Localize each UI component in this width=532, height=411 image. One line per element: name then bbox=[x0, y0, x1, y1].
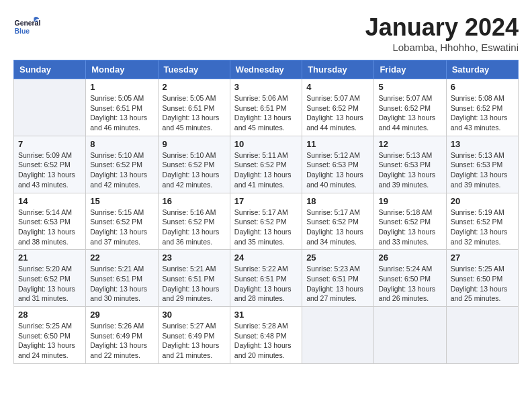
day-info: Sunrise: 5:18 AMSunset: 6:52 PMDaylight:… bbox=[378, 208, 441, 247]
day-number: 10 bbox=[234, 139, 298, 149]
day-info: Sunrise: 5:19 AMSunset: 6:52 PMDaylight:… bbox=[451, 208, 514, 247]
column-header-sunday: Sunday bbox=[14, 60, 86, 79]
day-info: Sunrise: 5:20 AMSunset: 6:52 PMDaylight:… bbox=[18, 264, 81, 304]
calendar-cell: 6Sunrise: 5:08 AMSunset: 6:52 PMDaylight… bbox=[446, 79, 518, 136]
calendar-cell: 8Sunrise: 5:10 AMSunset: 6:52 PMDaylight… bbox=[86, 136, 158, 193]
calendar-cell: 20Sunrise: 5:19 AMSunset: 6:52 PMDayligh… bbox=[446, 193, 518, 250]
calendar-cell bbox=[302, 307, 374, 364]
day-number: 3 bbox=[234, 82, 298, 92]
column-header-wednesday: Wednesday bbox=[230, 60, 302, 79]
svg-text:Blue: Blue bbox=[15, 28, 30, 35]
column-header-saturday: Saturday bbox=[446, 60, 518, 79]
svg-text:General: General bbox=[15, 19, 40, 27]
calendar-cell: 30Sunrise: 5:27 AMSunset: 6:49 PMDayligh… bbox=[158, 307, 230, 364]
day-number: 19 bbox=[378, 196, 441, 206]
column-header-thursday: Thursday bbox=[302, 60, 374, 79]
calendar-week-3: 14Sunrise: 5:14 AMSunset: 6:53 PMDayligh… bbox=[14, 193, 519, 250]
calendar-cell: 17Sunrise: 5:17 AMSunset: 6:52 PMDayligh… bbox=[230, 193, 302, 250]
day-info: Sunrise: 5:10 AMSunset: 6:52 PMDaylight:… bbox=[90, 150, 153, 190]
day-number: 30 bbox=[163, 310, 226, 320]
calendar-cell bbox=[14, 79, 86, 136]
day-info: Sunrise: 5:14 AMSunset: 6:53 PMDaylight:… bbox=[18, 208, 81, 247]
day-number: 8 bbox=[90, 139, 153, 149]
day-info: Sunrise: 5:13 AMSunset: 6:53 PMDaylight:… bbox=[378, 150, 441, 190]
calendar-cell: 29Sunrise: 5:26 AMSunset: 6:49 PMDayligh… bbox=[86, 307, 158, 364]
day-info: Sunrise: 5:07 AMSunset: 6:52 PMDaylight:… bbox=[306, 93, 369, 133]
day-number: 22 bbox=[90, 253, 153, 263]
day-number: 9 bbox=[163, 139, 226, 149]
day-number: 4 bbox=[306, 82, 369, 92]
calendar-cell: 21Sunrise: 5:20 AMSunset: 6:52 PMDayligh… bbox=[14, 250, 86, 307]
day-info: Sunrise: 5:22 AMSunset: 6:51 PMDaylight:… bbox=[234, 264, 298, 304]
day-number: 14 bbox=[18, 196, 81, 206]
day-number: 26 bbox=[378, 253, 441, 263]
calendar-cell: 13Sunrise: 5:13 AMSunset: 6:53 PMDayligh… bbox=[446, 136, 518, 193]
calendar-cell: 3Sunrise: 5:06 AMSunset: 6:51 PMDaylight… bbox=[230, 79, 302, 136]
calendar-cell: 28Sunrise: 5:25 AMSunset: 6:50 PMDayligh… bbox=[14, 307, 86, 364]
day-info: Sunrise: 5:09 AMSunset: 6:52 PMDaylight:… bbox=[18, 150, 81, 190]
calendar-week-1: 1Sunrise: 5:05 AMSunset: 6:51 PMDaylight… bbox=[14, 79, 519, 136]
day-number: 27 bbox=[451, 253, 514, 263]
day-number: 21 bbox=[18, 253, 81, 263]
calendar-cell: 16Sunrise: 5:16 AMSunset: 6:52 PMDayligh… bbox=[158, 193, 230, 250]
day-number: 18 bbox=[306, 196, 369, 206]
day-number: 12 bbox=[378, 139, 441, 149]
day-info: Sunrise: 5:07 AMSunset: 6:52 PMDaylight:… bbox=[378, 93, 441, 133]
day-number: 17 bbox=[234, 196, 298, 206]
day-info: Sunrise: 5:17 AMSunset: 6:52 PMDaylight:… bbox=[306, 208, 369, 247]
calendar-header-row: SundayMondayTuesdayWednesdayThursdayFrid… bbox=[14, 60, 519, 79]
month-title: January 2024 bbox=[365, 13, 519, 42]
day-number: 2 bbox=[163, 82, 226, 92]
day-number: 13 bbox=[451, 139, 514, 149]
day-info: Sunrise: 5:11 AMSunset: 6:52 PMDaylight:… bbox=[234, 150, 298, 190]
logo: General Blue bbox=[13, 13, 40, 40]
calendar-cell: 22Sunrise: 5:21 AMSunset: 6:51 PMDayligh… bbox=[86, 250, 158, 307]
calendar-cell: 14Sunrise: 5:14 AMSunset: 6:53 PMDayligh… bbox=[14, 193, 86, 250]
location: Lobamba, Hhohho, Eswatini bbox=[365, 42, 519, 53]
day-number: 5 bbox=[378, 82, 441, 92]
day-number: 24 bbox=[234, 253, 298, 263]
column-header-friday: Friday bbox=[374, 60, 446, 79]
day-info: Sunrise: 5:13 AMSunset: 6:53 PMDaylight:… bbox=[451, 150, 514, 190]
day-number: 20 bbox=[451, 196, 514, 206]
calendar-cell: 19Sunrise: 5:18 AMSunset: 6:52 PMDayligh… bbox=[374, 193, 446, 250]
day-info: Sunrise: 5:23 AMSunset: 6:51 PMDaylight:… bbox=[306, 264, 369, 304]
day-number: 6 bbox=[451, 82, 514, 92]
column-header-monday: Monday bbox=[86, 60, 158, 79]
day-info: Sunrise: 5:21 AMSunset: 6:51 PMDaylight:… bbox=[90, 264, 153, 304]
calendar-cell: 27Sunrise: 5:25 AMSunset: 6:50 PMDayligh… bbox=[446, 250, 518, 307]
day-info: Sunrise: 5:24 AMSunset: 6:50 PMDaylight:… bbox=[378, 264, 441, 304]
calendar-cell: 24Sunrise: 5:22 AMSunset: 6:51 PMDayligh… bbox=[230, 250, 302, 307]
calendar-cell: 1Sunrise: 5:05 AMSunset: 6:51 PMDaylight… bbox=[86, 79, 158, 136]
calendar-cell: 15Sunrise: 5:15 AMSunset: 6:52 PMDayligh… bbox=[86, 193, 158, 250]
day-number: 7 bbox=[18, 139, 81, 149]
title-area: January 2024 Lobamba, Hhohho, Eswatini bbox=[365, 13, 519, 53]
calendar-cell: 31Sunrise: 5:28 AMSunset: 6:48 PMDayligh… bbox=[230, 307, 302, 364]
calendar-week-2: 7Sunrise: 5:09 AMSunset: 6:52 PMDaylight… bbox=[14, 136, 519, 193]
day-info: Sunrise: 5:05 AMSunset: 6:51 PMDaylight:… bbox=[90, 93, 153, 133]
calendar-week-5: 28Sunrise: 5:25 AMSunset: 6:50 PMDayligh… bbox=[14, 307, 519, 364]
calendar-cell: 4Sunrise: 5:07 AMSunset: 6:52 PMDaylight… bbox=[302, 79, 374, 136]
calendar-cell: 2Sunrise: 5:05 AMSunset: 6:51 PMDaylight… bbox=[158, 79, 230, 136]
calendar-cell: 9Sunrise: 5:10 AMSunset: 6:52 PMDaylight… bbox=[158, 136, 230, 193]
day-info: Sunrise: 5:21 AMSunset: 6:51 PMDaylight:… bbox=[163, 264, 226, 304]
day-number: 28 bbox=[18, 310, 81, 320]
day-info: Sunrise: 5:16 AMSunset: 6:52 PMDaylight:… bbox=[163, 208, 226, 247]
logo-icon: General Blue bbox=[13, 13, 40, 40]
day-info: Sunrise: 5:25 AMSunset: 6:50 PMDaylight:… bbox=[451, 264, 514, 304]
calendar-cell bbox=[374, 307, 446, 364]
day-number: 29 bbox=[90, 310, 153, 320]
day-info: Sunrise: 5:06 AMSunset: 6:51 PMDaylight:… bbox=[234, 93, 298, 133]
calendar-cell: 11Sunrise: 5:12 AMSunset: 6:53 PMDayligh… bbox=[302, 136, 374, 193]
day-info: Sunrise: 5:12 AMSunset: 6:53 PMDaylight:… bbox=[306, 150, 369, 190]
calendar-cell: 25Sunrise: 5:23 AMSunset: 6:51 PMDayligh… bbox=[302, 250, 374, 307]
page-header: General Blue January 2024 Lobamba, Hhohh… bbox=[13, 13, 519, 53]
day-number: 16 bbox=[163, 196, 226, 206]
calendar-cell: 12Sunrise: 5:13 AMSunset: 6:53 PMDayligh… bbox=[374, 136, 446, 193]
calendar-table: SundayMondayTuesdayWednesdayThursdayFrid… bbox=[13, 60, 519, 364]
day-number: 31 bbox=[234, 310, 298, 320]
column-header-tuesday: Tuesday bbox=[158, 60, 230, 79]
calendar-cell: 23Sunrise: 5:21 AMSunset: 6:51 PMDayligh… bbox=[158, 250, 230, 307]
day-number: 23 bbox=[163, 253, 226, 263]
calendar-cell: 5Sunrise: 5:07 AMSunset: 6:52 PMDaylight… bbox=[374, 79, 446, 136]
